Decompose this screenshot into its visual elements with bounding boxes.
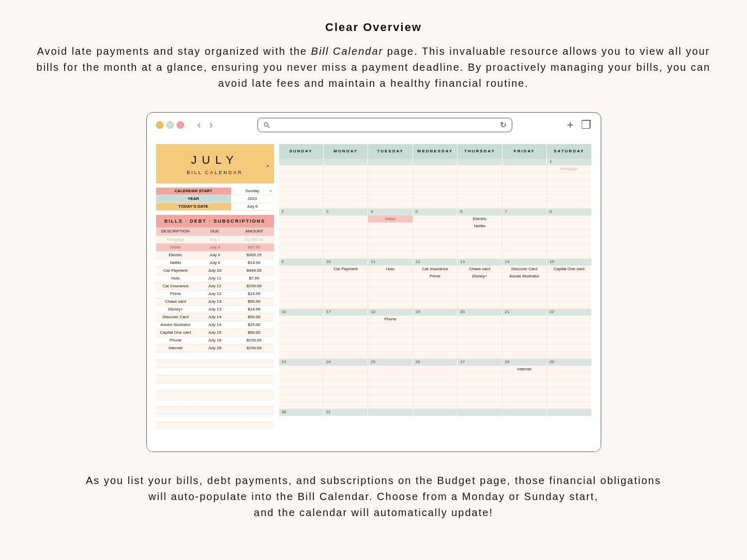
- page-title: Clear Overview: [26, 21, 721, 34]
- day-column[interactable]: Car Payment: [324, 266, 368, 309]
- intro-text: Avoid late payments and stay organized w…: [35, 43, 712, 91]
- address-bar[interactable]: ↻: [257, 118, 512, 132]
- day-column[interactable]: [413, 215, 458, 259]
- day-column[interactable]: [547, 366, 591, 409]
- week-datebar: 23242526272829: [279, 359, 591, 366]
- setting-label-year: YEAR: [156, 195, 231, 203]
- table-row[interactable]: Disney+July 13$14.99: [156, 305, 274, 313]
- table-row[interactable]: [156, 406, 274, 414]
- table-row[interactable]: [156, 383, 274, 391]
- day-column[interactable]: [368, 366, 413, 409]
- table-row[interactable]: MortgageJuly 1$1,500.00: [156, 236, 274, 243]
- calendar-entry: Capital One card: [547, 266, 591, 273]
- day-column[interactable]: Water: [368, 215, 413, 259]
- table-row[interactable]: [156, 414, 274, 422]
- day-column[interactable]: [279, 366, 324, 409]
- table-row[interactable]: [156, 422, 274, 429]
- day-column[interactable]: [324, 366, 368, 409]
- table-row[interactable]: PhoneJuly 18$150.00: [156, 336, 274, 344]
- table-row[interactable]: WaterJuly 4$97.52: [156, 243, 274, 251]
- table-row[interactable]: Car PaymentJuly 10$489.00: [156, 267, 274, 274]
- search-input[interactable]: [276, 121, 494, 129]
- day-column[interactable]: [458, 316, 502, 359]
- table-row[interactable]: NetflixJuly 6$14.99: [156, 259, 274, 267]
- day-column[interactable]: [279, 165, 324, 209]
- calendar: SUNDAYMONDAYTUESDAYWEDNESDAYTHURSDAYFRID…: [279, 144, 591, 446]
- day-column[interactable]: [324, 316, 368, 359]
- calendar-entry: Electric: [458, 215, 501, 223]
- calendar-entry: Adobe Illustrator: [502, 273, 546, 280]
- traffic-lights: [156, 121, 184, 129]
- close-icon[interactable]: [156, 121, 163, 129]
- table-row[interactable]: [156, 375, 274, 383]
- table-row[interactable]: [156, 391, 274, 398]
- setting-label-start: CALENDAR START: [156, 188, 231, 195]
- chevron-down-icon: ▾: [270, 189, 272, 193]
- day-column[interactable]: [324, 215, 368, 259]
- day-column[interactable]: [502, 165, 547, 209]
- week-datebar: 9101112131415: [279, 259, 591, 266]
- forward-button[interactable]: ›: [209, 118, 213, 132]
- day-column[interactable]: Internet: [502, 366, 547, 409]
- day-column[interactable]: Discover CardAdobe Illustrator: [502, 266, 547, 309]
- table-row[interactable]: [156, 352, 274, 360]
- bills-panel: BILLS · DEBT · SUBSCRIPTIONS DESCRIPTION…: [156, 215, 274, 429]
- day-column[interactable]: [547, 316, 591, 359]
- day-column[interactable]: [279, 215, 324, 259]
- table-row[interactable]: PrimeJuly 12$14.99: [156, 290, 274, 298]
- day-column[interactable]: Phone: [368, 316, 413, 359]
- month-subtitle: BILL CALENDAR: [158, 170, 272, 175]
- setting-today-value[interactable]: July 6: [231, 203, 274, 210]
- day-column[interactable]: [368, 165, 413, 209]
- table-row[interactable]: HuluJuly 11$7.99: [156, 274, 274, 282]
- day-column[interactable]: [502, 316, 547, 359]
- browser-window: ‹ › ↻ + ❐ JULY BILL CALENDAR ▾: [146, 112, 601, 452]
- table-row[interactable]: Chase cardJuly 13$50.00: [156, 298, 274, 305]
- bills-header: BILLS · DEBT · SUBSCRIPTIONS: [156, 215, 274, 227]
- day-column[interactable]: [324, 165, 368, 209]
- calendar-entry: Water: [368, 215, 412, 223]
- day-column[interactable]: Car InsurancePrime: [413, 266, 458, 309]
- setting-start-value[interactable]: Sunday▾: [231, 188, 274, 195]
- day-column[interactable]: [502, 215, 547, 259]
- table-row[interactable]: [156, 398, 274, 406]
- tabs-icon[interactable]: ❐: [581, 118, 591, 132]
- day-column[interactable]: [279, 316, 324, 359]
- day-column[interactable]: [413, 366, 458, 409]
- day-column[interactable]: [413, 316, 458, 359]
- maximize-icon[interactable]: [177, 121, 184, 129]
- table-row[interactable]: [156, 367, 274, 375]
- table-row[interactable]: ElectricJuly 6$305.15: [156, 251, 274, 259]
- reload-icon[interactable]: ↻: [500, 120, 507, 130]
- table-row[interactable]: Car InsuranceJuly 12$150.00: [156, 282, 274, 290]
- svg-line-1: [268, 126, 270, 128]
- search-icon: [263, 121, 270, 129]
- setting-label-today: TODAY'S DATE: [156, 203, 231, 210]
- setting-year-value[interactable]: 2023: [231, 195, 274, 203]
- table-row[interactable]: Adobe IllustratorJuly 14$25.00: [156, 321, 274, 329]
- table-row[interactable]: Discover CardJuly 14$50.00: [156, 313, 274, 321]
- week-datebar: 16171819202122: [279, 309, 591, 316]
- back-button[interactable]: ‹: [197, 118, 201, 132]
- day-column[interactable]: [458, 165, 502, 209]
- calendar-entry: Disney+: [458, 273, 501, 280]
- day-column[interactable]: Chase cardDisney+: [458, 266, 502, 309]
- day-column[interactable]: Hulu: [368, 266, 413, 309]
- new-tab-icon[interactable]: +: [567, 118, 574, 132]
- table-row[interactable]: Capital One cardJuly 15$50.00: [156, 329, 274, 336]
- table-row[interactable]: [156, 360, 274, 367]
- day-column[interactable]: [547, 215, 591, 259]
- month-dropdown-icon[interactable]: ▾: [267, 164, 269, 168]
- day-column[interactable]: [458, 366, 502, 409]
- day-column[interactable]: ElectricNetflix: [458, 215, 502, 259]
- table-row[interactable]: InternetJuly 28$150.00: [156, 344, 274, 352]
- calendar-entry: Car Insurance: [413, 266, 457, 273]
- bills-columns: DESCRIPTIONDUEAMOUNT: [156, 227, 274, 236]
- week-datebar: 1: [279, 159, 591, 165]
- day-column[interactable]: Mortgage: [547, 165, 591, 209]
- day-column[interactable]: Capital One card: [547, 266, 591, 309]
- day-column[interactable]: [279, 266, 324, 309]
- day-column[interactable]: [413, 165, 458, 209]
- minimize-icon[interactable]: [166, 121, 174, 129]
- week-datebar: 3031: [279, 409, 591, 416]
